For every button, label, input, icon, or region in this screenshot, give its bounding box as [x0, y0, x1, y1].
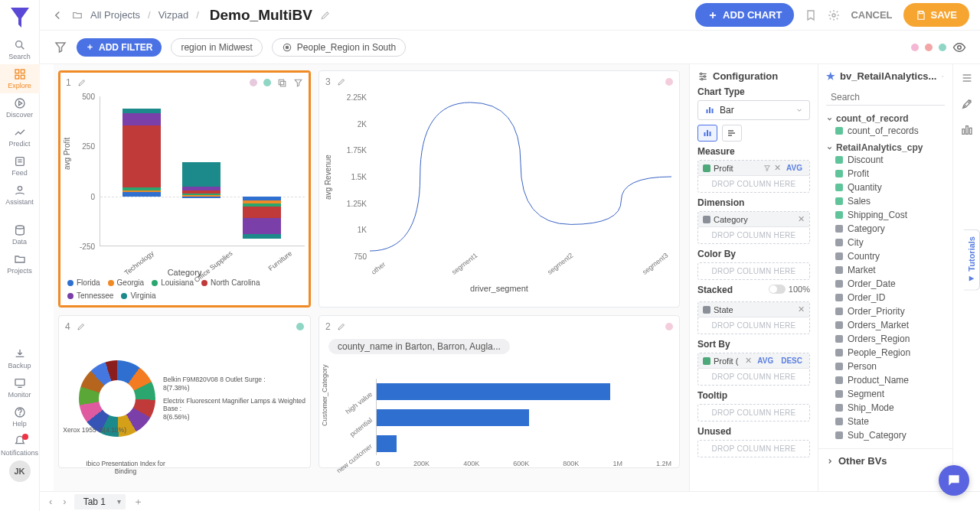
pill-agg[interactable]: AVG — [784, 164, 805, 172]
tab-menu-icon[interactable]: ▾ — [117, 497, 121, 506]
card-edit-icon[interactable] — [337, 77, 346, 86]
strip-chart-icon[interactable] — [961, 124, 973, 136]
card-dot[interactable] — [296, 323, 304, 330]
rail-discover[interactable]: Discover — [0, 93, 40, 122]
card-copy-icon[interactable] — [277, 78, 287, 88]
status-dot-red[interactable] — [925, 44, 933, 51]
bookmark-icon[interactable] — [805, 9, 817, 21]
rail-help[interactable]: Help — [0, 402, 40, 431]
rail-monitor[interactable]: Monitor — [0, 373, 40, 402]
rail-backup[interactable]: Backup — [0, 344, 40, 373]
bv-field[interactable]: Ship_Mode — [818, 401, 952, 415]
orientation-horizontal[interactable] — [722, 125, 742, 142]
bv-field[interactable]: Sales — [818, 194, 952, 208]
user-avatar[interactable]: JK — [9, 461, 31, 482]
card-edit-icon[interactable] — [77, 78, 87, 87]
tutorials-tab[interactable]: ◄ Tutorials — [964, 229, 980, 291]
bv-field[interactable]: Quantity — [818, 181, 952, 194]
bv-field[interactable]: count_of_records — [818, 124, 952, 138]
card-edit-icon[interactable] — [77, 322, 86, 331]
bv-field[interactable]: Country — [818, 249, 952, 263]
card-edit-icon[interactable] — [337, 322, 346, 331]
bv-field[interactable]: People_Region — [818, 346, 952, 360]
bv-field[interactable]: Person — [818, 360, 952, 373]
bv-field[interactable]: Order_Date — [818, 277, 952, 291]
crumb-root[interactable]: All Projects — [90, 9, 140, 21]
chart-card-2[interactable]: 2 county_name in Barton, Barron, Augla..… — [318, 315, 680, 468]
bv-field[interactable]: Shipping_Cost — [818, 208, 952, 222]
tab-next[interactable]: › — [60, 496, 69, 507]
cancel-button[interactable]: CANCEL — [851, 9, 892, 21]
bv-group[interactable]: count_of_record — [818, 109, 952, 124]
bv-group[interactable]: RetailAnalytics_cpy — [818, 138, 952, 153]
chart2-filter-pill[interactable]: county_name in Barton, Barron, Augla... — [328, 339, 510, 354]
bv-field[interactable]: Order_ID — [818, 291, 952, 304]
add-filter-button[interactable]: ADD FILTER — [77, 38, 162, 57]
rail-projects[interactable]: Projects — [0, 249, 40, 278]
bv-field[interactable]: Sub_Category — [818, 428, 952, 442]
edit-title-icon[interactable] — [320, 10, 331, 21]
add-chart-button[interactable]: ADD CHART — [695, 3, 794, 27]
bv-field[interactable]: Order_Priority — [818, 304, 952, 318]
back-button[interactable] — [51, 8, 64, 22]
tab-1[interactable]: Tab 1▾ — [74, 494, 126, 509]
bv-field[interactable]: Discount — [818, 153, 952, 167]
pill-close-icon[interactable]: ✕ — [798, 214, 805, 224]
tooltip-dropzone[interactable]: DROP COLUMN HERE — [697, 404, 810, 421]
bv-field[interactable]: Product_Name — [818, 373, 952, 387]
chat-bubble[interactable] — [939, 465, 969, 496]
bv-header[interactable]: ★bv_RetailAnalytics... — [818, 70, 952, 86]
bv-field[interactable]: City — [818, 236, 952, 249]
status-dot-teal[interactable] — [939, 44, 946, 51]
chart-type-select[interactable]: Bar — [697, 100, 810, 120]
bv-field[interactable]: Orders_Market — [818, 318, 952, 332]
save-button[interactable]: SAVE — [903, 3, 969, 27]
strip-config-icon[interactable] — [961, 72, 973, 84]
pill-remove-icon[interactable] — [763, 164, 771, 172]
pill-close-icon[interactable]: ✕ — [798, 304, 805, 314]
card-dot[interactable] — [250, 79, 257, 86]
rail-notifications[interactable]: Notifications — [0, 431, 40, 461]
sortby-dropzone[interactable]: Profit (✕AVGDESC DROP COLUMN HERE — [697, 353, 810, 386]
unused-dropzone[interactable]: DROP COLUMN HERE — [697, 440, 810, 457]
tab-prev[interactable]: ‹ — [46, 496, 55, 507]
crumb-folder[interactable]: Vizpad — [158, 9, 189, 21]
bv-search-input[interactable] — [831, 92, 946, 103]
filter-chip-region[interactable]: region in Midwest — [171, 38, 262, 57]
card-dot[interactable] — [263, 79, 271, 86]
bv-field[interactable]: State — [818, 415, 952, 428]
filter-icon[interactable] — [54, 41, 67, 54]
pill-close-icon[interactable]: ✕ — [745, 356, 752, 366]
visibility-icon[interactable] — [952, 41, 966, 54]
pill-agg[interactable]: AVG — [755, 356, 776, 365]
measure-dropzone[interactable]: Profit✕AVG DROP COLUMN HERE — [697, 160, 810, 193]
tab-add[interactable]: ＋ — [130, 495, 146, 509]
rail-explore[interactable]: Explore — [0, 64, 40, 93]
other-bvs[interactable]: Other BVs — [818, 448, 952, 467]
strip-format-icon[interactable] — [961, 98, 973, 110]
bv-field[interactable]: Segment — [818, 387, 952, 401]
pill-dir[interactable]: DESC — [779, 356, 805, 365]
chart-card-1[interactable]: 1 avg Profit -2500250500 TechnologyOffic… — [58, 70, 311, 308]
status-dot-pink[interactable] — [911, 44, 919, 51]
orientation-vertical[interactable] — [697, 125, 717, 142]
chart-card-3[interactable]: 3 avg Revenue 7501K1.25K1.5K1.75K2K2.25K… — [318, 70, 680, 308]
bv-field[interactable]: Category — [818, 222, 952, 236]
rail-feed[interactable]: Feed — [0, 151, 40, 181]
colorby-dropzone[interactable]: DROP COLUMN HERE — [697, 262, 810, 280]
dimension-dropzone[interactable]: Category✕ DROP COLUMN HERE — [697, 211, 810, 244]
bv-field[interactable]: Profit — [818, 167, 952, 181]
stacked-dropzone[interactable]: State✕ DROP COLUMN HERE — [697, 301, 810, 334]
stacked-toggle[interactable] — [769, 285, 786, 294]
bv-field[interactable]: Market — [818, 263, 952, 277]
bv-search[interactable] — [826, 90, 945, 106]
rail-data[interactable]: Data — [0, 220, 40, 249]
filter-chip-people-region[interactable]: People_Region in South — [272, 38, 406, 57]
chart-card-4[interactable]: 4 Xerox 1955 :5(4.10%) Ibico Presentatio… — [58, 315, 311, 468]
bv-field[interactable]: Orders_Region — [818, 332, 952, 346]
pill-close-icon[interactable]: ✕ — [774, 163, 781, 173]
card-dot[interactable] — [665, 323, 673, 330]
settings-icon[interactable] — [828, 9, 840, 21]
rail-search[interactable]: Search — [0, 35, 40, 64]
rail-assistant[interactable]: Assistant — [0, 181, 40, 210]
